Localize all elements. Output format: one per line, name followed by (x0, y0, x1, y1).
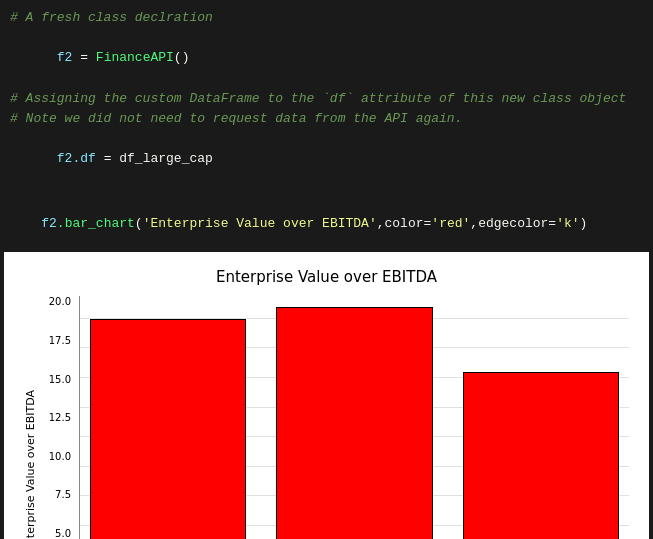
code-func-finance: FinanceAPI (96, 50, 174, 65)
code-var-f2: f2 (57, 50, 73, 65)
y-tick-50: 5.0 (41, 528, 75, 539)
bar-group (276, 307, 432, 539)
call-color-val: 'red' (431, 216, 470, 231)
call-title-arg: 'Enterprise Value over EBITDA' (143, 216, 377, 231)
code-op-2: = (96, 151, 119, 166)
y-tick-175: 17.5 (41, 335, 75, 346)
y-axis-label: Enterprise Value over EBITDA (24, 390, 37, 539)
call-color-kw: color= (385, 216, 432, 231)
code-args-1: () (174, 50, 190, 65)
call-line: f2.bar_chart('Enterprise Value over EBIT… (0, 197, 653, 252)
call-edge-val: 'k' (556, 216, 579, 231)
y-tick-75: 7.5 (41, 489, 75, 500)
y-tick-200: 20.0 (41, 296, 75, 307)
call-edge-kw: ,edgecolor= (470, 216, 556, 231)
y-axis-ticks: 0.0 2.5 5.0 7.5 10.0 12.5 15.0 17.5 20.0 (41, 296, 75, 539)
bar-facebook-inc. (90, 319, 246, 539)
call-paren: ( (135, 216, 143, 231)
bars-area (79, 296, 629, 539)
y-tick-150: 15.0 (41, 374, 75, 385)
call-close: ) (580, 216, 588, 231)
y-tick-100: 10.0 (41, 451, 75, 462)
code-line-5: f2.df = df_large_cap (10, 129, 643, 189)
code-comment-2: # Assigning the custom DataFrame to the … (10, 89, 643, 109)
code-comment-1: # A fresh class declration (10, 8, 643, 28)
y-tick-125: 12.5 (41, 412, 75, 423)
chart-plot: 0.0 2.5 5.0 7.5 10.0 12.5 15.0 17.5 20.0… (41, 296, 629, 539)
call-comma1: , (377, 216, 385, 231)
chart-inner: Enterprise Value over EBITDA 0.0 2.5 5.0… (24, 296, 629, 539)
bar-apple-inc. (463, 372, 619, 539)
bar-group (463, 372, 619, 539)
call-var: f2 (41, 216, 57, 231)
code-line-2: f2 = FinanceAPI() (10, 28, 643, 88)
code-editor: # A fresh class declration f2 = FinanceA… (0, 0, 653, 252)
bar-group (90, 319, 246, 539)
call-func: .bar_chart (57, 216, 135, 231)
bar-microsoft-corporation (276, 307, 432, 539)
code-block: # A fresh class declration f2 = FinanceA… (0, 0, 653, 197)
code-var-f2df: f2.df (57, 151, 96, 166)
chart-container: Enterprise Value over EBITDA Enterprise … (4, 252, 649, 539)
code-val-df: df_large_cap (119, 151, 213, 166)
code-op-1: = (72, 50, 95, 65)
chart-title: Enterprise Value over EBITDA (24, 268, 629, 286)
code-comment-3: # Note we did not need to request data f… (10, 109, 643, 129)
